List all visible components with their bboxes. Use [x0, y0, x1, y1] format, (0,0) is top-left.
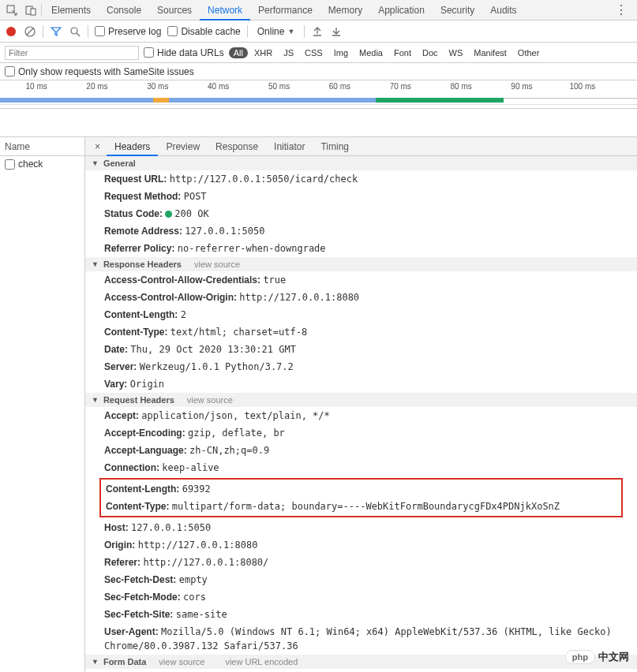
header-value: empty	[179, 574, 208, 585]
header-value: http://127.0.0.1:8080	[138, 539, 258, 551]
disable-cache-checkbox[interactable]: Disable cache	[167, 26, 240, 37]
header-key: Referrer Policy:	[104, 243, 174, 254]
header-key: Accept:	[104, 410, 139, 421]
request-row[interactable]: check	[0, 156, 84, 172]
filter-input[interactable]	[5, 46, 139, 60]
detail-tab-initiator[interactable]: Initiator	[266, 137, 313, 156]
form-data-header[interactable]: ▼Form Dataview sourceview URL encoded	[85, 655, 637, 669]
detail-tabs: × HeadersPreviewResponseInitiatorTiming	[85, 137, 637, 156]
header-key: Status Code:	[104, 208, 163, 219]
close-detail-icon[interactable]: ×	[88, 141, 107, 152]
clear-button[interactable]	[24, 25, 36, 38]
tab-memory[interactable]: Memory	[320, 0, 370, 21]
request-checkbox[interactable]	[5, 159, 15, 170]
samesite-checkbox[interactable]: Only show requests with SameSite issues	[5, 66, 194, 77]
filter-toggle-icon[interactable]	[50, 25, 62, 38]
request-headers-title: Request Headers	[103, 395, 174, 405]
disable-cache-label: Disable cache	[181, 26, 240, 37]
header-row: Request URL: http://127.0.0.1:5050/icard…	[85, 170, 637, 188]
timeline-overview[interactable]: 10 ms20 ms30 ms40 ms50 ms60 ms70 ms80 ms…	[0, 80, 637, 109]
tab-sources[interactable]: Sources	[149, 0, 200, 21]
preserve-log-checkbox[interactable]: Preserve log	[95, 26, 161, 37]
view-source-link[interactable]: view source	[194, 259, 240, 269]
request-list: Name check	[0, 137, 85, 672]
search-icon[interactable]	[69, 25, 81, 38]
view-url-encoded-link[interactable]: view URL encoded	[225, 657, 298, 666]
triangle-down-icon: ▼	[92, 159, 99, 167]
response-headers-header[interactable]: ▼Response Headersview source	[85, 257, 637, 271]
header-row: Content-Length: 2	[85, 306, 637, 323]
timeline-tick: 30 ms	[147, 82, 168, 91]
filter-type-ws[interactable]: WS	[444, 47, 468, 58]
general-header[interactable]: ▼General	[85, 156, 637, 170]
header-value: same-site	[176, 609, 227, 620]
detail-tab-response[interactable]: Response	[208, 137, 266, 156]
inspect-icon[interactable]	[3, 2, 21, 19]
separator	[304, 25, 305, 38]
view-source-link[interactable]: view source	[159, 657, 204, 666]
separator	[43, 25, 43, 38]
device-toggle-icon[interactable]	[22, 2, 39, 19]
watermark: php 中文网	[565, 650, 629, 664]
tab-security[interactable]: Security	[433, 0, 482, 21]
tab-performance[interactable]: Performance	[250, 0, 320, 21]
header-row: Accept-Encoding: gzip, deflate, br	[85, 424, 637, 442]
filter-type-manifest[interactable]: Manifest	[469, 47, 511, 58]
filter-type-doc[interactable]: Doc	[418, 47, 443, 58]
watermark-text: 中文网	[598, 650, 629, 664]
separator	[247, 25, 248, 38]
tab-audits[interactable]: Audits	[482, 0, 524, 21]
filter-type-js[interactable]: JS	[279, 47, 298, 58]
header-value: 200 OK	[174, 208, 208, 219]
header-key: Date:	[104, 344, 128, 355]
header-value: cors	[183, 592, 206, 603]
triangle-down-icon: ▼	[92, 396, 99, 404]
hide-data-urls-checkbox[interactable]: Hide data URLs	[144, 47, 224, 58]
filter-type-xhr[interactable]: XHR	[249, 47, 277, 58]
request-headers-header[interactable]: ▼Request Headersview source	[85, 393, 637, 407]
header-row: Accept-Language: zh-CN,zh;q=0.9	[85, 442, 637, 459]
header-value: http://127.0.0.1:8080	[239, 292, 359, 303]
more-icon[interactable]: ⋮	[609, 2, 634, 17]
throttling-select[interactable]: Online▼	[254, 26, 298, 37]
filter-type-media[interactable]: Media	[354, 47, 388, 58]
header-value: http://127.0.0.1:5050/icard/check	[170, 174, 358, 185]
filter-type-img[interactable]: Img	[329, 47, 353, 58]
header-row: Content-Type: multipart/form-data; bound…	[104, 498, 618, 515]
record-button[interactable]	[5, 25, 17, 38]
header-value: multipart/form-data; boundary=----WebKit…	[172, 501, 560, 512]
filter-type-css[interactable]: CSS	[300, 47, 328, 58]
header-key: Request Method:	[104, 191, 181, 202]
view-source-link[interactable]: view source	[187, 395, 233, 405]
filter-bar: Hide data URLs AllXHRJSCSSImgMediaFontDo…	[0, 43, 637, 63]
preserve-log-label: Preserve log	[108, 26, 161, 37]
header-row: Server: Werkzeug/1.0.1 Python/3.7.2	[85, 358, 637, 375]
general-section: ▼General Request URL: http://127.0.0.1:5…	[85, 156, 637, 257]
name-column-header[interactable]: Name	[0, 137, 84, 156]
triangle-down-icon: ▼	[92, 260, 99, 268]
samesite-bar: Only show requests with SameSite issues	[0, 63, 637, 80]
detail-tab-headers[interactable]: Headers	[107, 137, 158, 156]
filter-type-all[interactable]: All	[229, 47, 248, 58]
filter-type-other[interactable]: Other	[513, 47, 545, 58]
header-key: Sec-Fetch-Dest:	[104, 574, 176, 585]
detail-tab-timing[interactable]: Timing	[313, 137, 357, 156]
header-row: Sec-Fetch-Mode: cors	[85, 588, 637, 606]
tab-elements[interactable]: Elements	[43, 0, 99, 21]
svg-line-6	[77, 33, 80, 36]
detail-tab-preview[interactable]: Preview	[158, 137, 208, 156]
header-value: keep-alive	[162, 462, 219, 473]
timeline-tick: 90 ms	[511, 82, 532, 91]
separator	[88, 25, 88, 38]
header-row: Accept: application/json, text/plain, */…	[85, 407, 637, 424]
header-key: Accept-Encoding:	[104, 427, 185, 439]
tab-network[interactable]: Network	[200, 0, 250, 21]
download-har-icon[interactable]	[330, 25, 343, 38]
tab-console[interactable]: Console	[99, 0, 149, 21]
header-key: Access-Control-Allow-Credentials:	[104, 274, 260, 286]
header-key: Content-Type:	[104, 327, 167, 338]
tab-application[interactable]: Application	[370, 0, 433, 21]
filter-type-font[interactable]: Font	[389, 47, 416, 58]
header-row: Sec-Fetch-Dest: empty	[85, 571, 637, 588]
upload-har-icon[interactable]	[311, 25, 324, 38]
